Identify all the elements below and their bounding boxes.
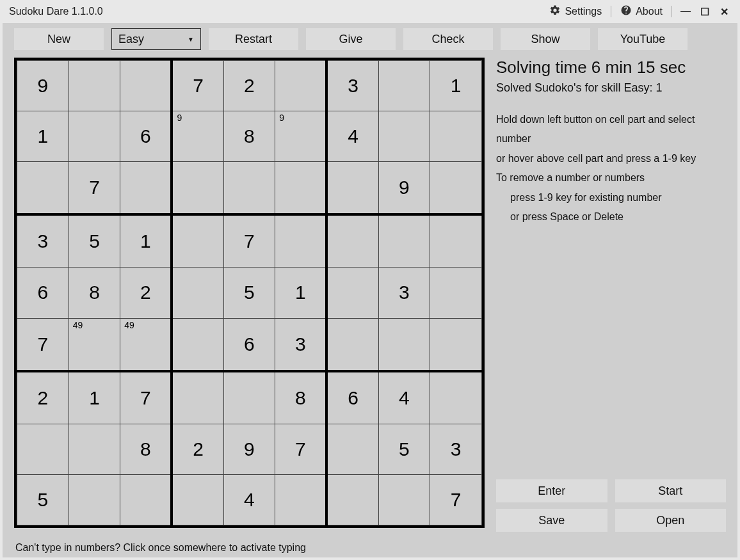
sudoku-cell[interactable]: 3 — [326, 61, 378, 111]
cell-value: 7 — [275, 438, 325, 460]
sudoku-cell[interactable]: 7 — [430, 474, 482, 525]
sudoku-cell[interactable] — [326, 474, 378, 525]
close-button[interactable]: ✕ — [714, 3, 734, 20]
sudoku-cell[interactable] — [430, 162, 482, 215]
sudoku-cell[interactable]: 7 — [17, 318, 69, 371]
check-button[interactable]: Check — [403, 28, 493, 50]
sudoku-cell[interactable]: 9 — [223, 424, 275, 474]
sudoku-cell[interactable]: 49 — [120, 318, 172, 371]
sudoku-cell[interactable]: 5 — [378, 424, 430, 474]
sudoku-cell[interactable] — [172, 162, 223, 215]
sudoku-cell[interactable] — [17, 162, 69, 215]
sudoku-cell[interactable] — [275, 474, 327, 525]
sudoku-cell[interactable] — [223, 371, 275, 424]
sudoku-cell[interactable]: 8 — [120, 424, 172, 474]
sudoku-cell[interactable]: 2 — [17, 371, 69, 424]
sudoku-cell[interactable]: 7 — [120, 371, 172, 424]
sudoku-cell[interactable]: 1 — [275, 268, 327, 318]
sudoku-cell[interactable]: 2 — [120, 268, 172, 318]
sudoku-cell[interactable]: 9 — [378, 162, 430, 215]
sudoku-cell[interactable]: 7 — [223, 214, 275, 268]
start-button[interactable]: Start — [615, 479, 727, 502]
sudoku-cell[interactable] — [275, 61, 327, 111]
sudoku-cell[interactable]: 4 — [326, 111, 378, 162]
sudoku-cell[interactable]: 5 — [17, 474, 69, 525]
settings-button[interactable]: Settings — [544, 2, 607, 21]
sudoku-cell[interactable]: 9 — [275, 111, 327, 162]
sudoku-cell[interactable] — [378, 111, 430, 162]
sudoku-cell[interactable]: 3 — [378, 268, 430, 318]
sudoku-cell[interactable]: 4 — [378, 371, 430, 424]
sudoku-cell[interactable]: 8 — [275, 371, 327, 424]
sudoku-cell[interactable]: 7 — [68, 162, 120, 215]
sudoku-cell[interactable] — [326, 162, 378, 215]
sudoku-cell[interactable]: 7 — [275, 424, 327, 474]
sudoku-cell[interactable] — [172, 371, 223, 424]
sudoku-cell[interactable] — [172, 268, 223, 318]
sudoku-cell[interactable]: 5 — [68, 214, 120, 268]
sudoku-cell[interactable] — [68, 111, 120, 162]
sudoku-cell[interactable] — [326, 318, 378, 371]
sudoku-cell[interactable] — [120, 162, 172, 215]
sudoku-cell[interactable] — [68, 61, 120, 111]
sudoku-cell[interactable]: 49 — [68, 318, 120, 371]
sudoku-cell[interactable]: 9 — [17, 61, 69, 111]
sudoku-cell[interactable] — [430, 318, 482, 371]
youtube-button[interactable]: YouTube — [598, 28, 688, 50]
difficulty-select[interactable]: Easy ▼ — [111, 28, 201, 50]
about-button[interactable]: About — [615, 2, 668, 21]
sudoku-cell[interactable] — [378, 214, 430, 268]
sudoku-cell[interactable]: 1 — [17, 111, 69, 162]
sudoku-cell[interactable]: 9 — [172, 111, 223, 162]
maximize-button[interactable]: ☐ — [695, 3, 714, 20]
cell-value: 8 — [69, 282, 120, 303]
sudoku-cell[interactable]: 4 — [223, 474, 275, 525]
open-button[interactable]: Open — [615, 509, 727, 532]
sudoku-cell[interactable] — [172, 474, 223, 525]
sudoku-cell[interactable]: 6 — [223, 318, 275, 371]
sudoku-cell[interactable] — [430, 111, 482, 162]
sudoku-cell[interactable]: 7 — [172, 61, 223, 111]
sudoku-cell[interactable]: 1 — [68, 371, 120, 424]
sudoku-cell[interactable] — [172, 214, 223, 268]
sudoku-cell[interactable] — [17, 424, 69, 474]
sudoku-cell[interactable]: 3 — [430, 424, 482, 474]
save-button[interactable]: Save — [496, 509, 607, 532]
sudoku-cell[interactable]: 2 — [172, 424, 223, 474]
sudoku-cell[interactable] — [275, 214, 327, 268]
sudoku-cell[interactable]: 1 — [120, 214, 172, 268]
sudoku-cell[interactable] — [275, 162, 327, 215]
sudoku-cell[interactable]: 6 — [326, 371, 378, 424]
sudoku-cell[interactable] — [378, 318, 430, 371]
sudoku-cell[interactable]: 6 — [120, 111, 172, 162]
sudoku-cell[interactable]: 8 — [68, 268, 120, 318]
new-button[interactable]: New — [14, 28, 104, 50]
restart-button[interactable]: Restart — [209, 28, 298, 50]
minimize-button[interactable]: — — [676, 3, 695, 20]
sudoku-cell[interactable] — [326, 424, 378, 474]
sudoku-cell[interactable] — [223, 162, 275, 215]
sudoku-cell[interactable] — [326, 268, 378, 318]
sudoku-cell[interactable] — [68, 424, 120, 474]
enter-button[interactable]: Enter — [496, 479, 607, 502]
sudoku-cell[interactable]: 2 — [223, 61, 275, 111]
sudoku-cell[interactable]: 5 — [223, 268, 275, 318]
cell-value: 4 — [379, 387, 430, 409]
sudoku-cell[interactable] — [430, 214, 482, 268]
show-button[interactable]: Show — [501, 28, 590, 50]
sudoku-cell[interactable]: 8 — [223, 111, 275, 162]
sudoku-cell[interactable]: 1 — [430, 61, 482, 111]
sudoku-cell[interactable]: 6 — [17, 268, 69, 318]
sudoku-cell[interactable]: 3 — [17, 214, 69, 268]
sudoku-cell[interactable] — [378, 474, 430, 525]
sudoku-cell[interactable] — [326, 214, 378, 268]
sudoku-cell[interactable]: 3 — [275, 318, 327, 371]
sudoku-cell[interactable] — [120, 61, 172, 111]
sudoku-cell[interactable] — [430, 268, 482, 318]
sudoku-cell[interactable] — [120, 474, 172, 525]
sudoku-cell[interactable] — [172, 318, 223, 371]
sudoku-cell[interactable] — [430, 371, 482, 424]
sudoku-cell[interactable] — [68, 474, 120, 525]
sudoku-cell[interactable] — [378, 61, 430, 111]
give-button[interactable]: Give — [306, 28, 396, 50]
